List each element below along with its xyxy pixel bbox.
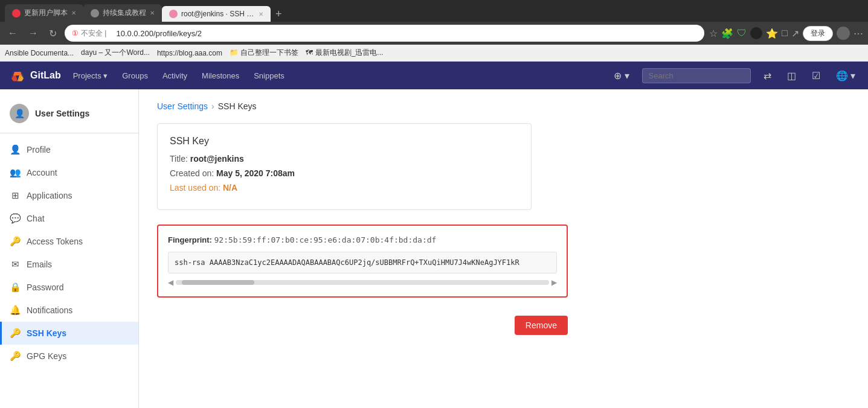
issues-icon[interactable]: ◫: [784, 69, 799, 83]
password-icon: 🔒: [10, 282, 21, 293]
profile-icon: 👤: [10, 144, 21, 155]
favorites-icon[interactable]: ⭐: [766, 28, 778, 39]
key-text-area[interactable]: ssh-rsa AAAAB3NzaC1yc2EAAAADAQABAAABAQc6…: [168, 252, 557, 273]
ssh-key-last-used-value: N/A: [223, 183, 237, 193]
sidebar-item-profile[interactable]: 👤 Profile: [0, 138, 138, 161]
nav-groups[interactable]: Groups: [120, 70, 150, 81]
bookmark-2[interactable]: dayu – 又一个Word...: [81, 48, 150, 58]
nav-projects[interactable]: Projects ▾: [71, 70, 111, 81]
sidebar-item-emails[interactable]: ✉ Emails: [0, 253, 138, 276]
ssh-key-created-label: Created on:: [170, 168, 214, 178]
fingerprint-label-text: Fingerprint:: [168, 235, 214, 244]
back-button[interactable]: ←: [5, 27, 21, 40]
tab-2[interactable]: 持续集成教程 ✕: [83, 4, 162, 22]
scroll-track[interactable]: [176, 280, 549, 285]
tab-3[interactable]: root@jenkins · SSH Keys · User S ✕: [162, 6, 271, 22]
emails-icon: ✉: [10, 259, 21, 270]
breadcrumb-parent-link[interactable]: User Settings: [157, 101, 208, 111]
ssh-key-created-row: Created on: May 5, 2020 7:08am: [170, 168, 519, 178]
sidebar-item-password-label: Password: [27, 282, 63, 292]
main-content: User Settings › SSH Keys SSH Key Title: …: [139, 89, 868, 408]
fingerprint-label-row: Fingerprint: 92:5b:59:ff:07:b0:ce:95:e6:…: [168, 235, 557, 244]
key-text-content: ssh-rsa AAAAB3NzaC1yc2EAAAADAQABAAABAQc6…: [175, 258, 519, 267]
ssh-key-last-used-label: Last used on:: [170, 183, 220, 193]
sidebar-item-password[interactable]: 🔒 Password: [0, 276, 138, 299]
sidebar-user-section: 👤 User Settings: [0, 99, 138, 133]
ssh-keys-icon: 🔑: [10, 328, 21, 339]
sidebar-item-notifications[interactable]: 🔔 Notifications: [0, 299, 138, 322]
tab-2-label: 持续集成教程: [103, 8, 146, 18]
tab-1[interactable]: 更新用户脚本 ✕: [5, 4, 83, 22]
sidebar-username: User Settings: [35, 109, 89, 118]
tab-1-label: 更新用户脚本: [24, 8, 68, 18]
gitlab-logo[interactable]: GitLab: [10, 68, 61, 83]
fingerprint-value: 92:5b:59:ff:07:b0:ce:95:e6:da:07:0b:4f:b…: [214, 235, 437, 244]
ssh-key-created-value: May 5, 2020 7:08am: [216, 168, 295, 178]
sidebar-item-access-tokens[interactable]: 🔑 Access Tokens: [0, 230, 138, 253]
gitlab-navbar: GitLab Projects ▾ Groups Activity Milest…: [0, 62, 868, 89]
more-options-icon[interactable]: ⋯: [854, 28, 863, 39]
remove-button[interactable]: Remove: [515, 316, 568, 335]
sidebar-item-ssh-keys[interactable]: 🔑 SSH Keys: [0, 322, 138, 345]
gpg-keys-icon: 🔑: [10, 351, 21, 362]
forward-button[interactable]: →: [25, 27, 41, 40]
access-tokens-icon: 🔑: [10, 236, 21, 247]
shield-icon[interactable]: 🛡: [737, 28, 747, 39]
bookmark-4[interactable]: 📁 自己整理一下书签: [230, 48, 298, 58]
star-icon[interactable]: ☆: [709, 28, 718, 39]
ssh-key-last-used-row: Last used on: N/A: [170, 183, 519, 193]
todos-icon[interactable]: ☑: [809, 69, 823, 83]
nav-activity[interactable]: Activity: [160, 70, 190, 81]
sidebar-item-notifications-label: Notifications: [27, 305, 72, 315]
ssh-key-card-title: SSH Key: [170, 136, 519, 147]
refresh-button[interactable]: ↻: [46, 27, 60, 40]
user-avatar-icon[interactable]: [837, 27, 850, 40]
globe-icon[interactable]: 🌐 ▾: [833, 69, 858, 83]
account-icon: 👥: [10, 167, 21, 178]
tab-2-close[interactable]: ✕: [150, 10, 155, 16]
breadcrumb: User Settings › SSH Keys: [157, 101, 850, 111]
chat-icon: 💬: [10, 213, 21, 224]
scroll-right-arrow[interactable]: ▶: [551, 278, 557, 287]
bookmark-1[interactable]: Ansible Documenta...: [5, 49, 74, 57]
bookmark-5[interactable]: 🗺 最新电视剧_迅雷电...: [306, 48, 383, 58]
security-warning-label: 不安全 |: [81, 28, 106, 39]
scroll-left-arrow[interactable]: ◀: [168, 278, 173, 287]
ssh-key-card: SSH Key Title: root@jenkins Created on: …: [157, 123, 532, 210]
breadcrumb-current: SSH Keys: [218, 101, 257, 111]
breadcrumb-separator: ›: [211, 101, 214, 111]
sidebar-item-emails-label: Emails: [27, 260, 52, 269]
merge-requests-icon[interactable]: ⇄: [760, 69, 774, 83]
collections-icon[interactable]: □: [782, 28, 788, 39]
ssh-key-title-value: root@jenkins: [190, 154, 244, 164]
extensions-icon[interactable]: 🧩: [721, 28, 733, 39]
new-tab-button[interactable]: +: [271, 7, 287, 22]
tab-1-close[interactable]: ✕: [71, 10, 76, 16]
sidebar-item-account-label: Account: [27, 168, 57, 177]
sidebar-item-account[interactable]: 👥 Account: [0, 161, 138, 184]
sidebar-item-chat[interactable]: 💬 Chat: [0, 207, 138, 230]
share-icon[interactable]: ↗: [791, 28, 799, 39]
sidebar-item-applications-label: Applications: [27, 191, 72, 200]
fingerprint-box: Fingerprint: 92:5b:59:ff:07:b0:ce:95:e6:…: [157, 225, 568, 298]
scroll-bar-row: ◀ ▶: [168, 278, 557, 287]
tab-2-icon: [91, 9, 99, 18]
security-warning-icon: ①: [72, 29, 79, 37]
tab-3-close[interactable]: ✕: [259, 11, 263, 18]
bookmark-3[interactable]: https://blog.aaa.com: [157, 49, 222, 57]
gitlab-logo-text: GitLab: [30, 70, 61, 81]
nav-snippets[interactable]: Snippets: [251, 70, 287, 81]
ssh-key-title-label: Title:: [170, 154, 188, 164]
profile-icon[interactable]: [750, 27, 762, 39]
nav-milestones[interactable]: Milestones: [199, 70, 242, 81]
sidebar-item-gpg-keys-label: GPG Keys: [27, 351, 66, 361]
search-input[interactable]: [642, 68, 751, 83]
sidebar-item-profile-label: Profile: [27, 145, 51, 155]
sidebar-item-applications[interactable]: ⊞ Applications: [0, 184, 138, 207]
address-input[interactable]: [109, 25, 697, 42]
add-icon[interactable]: ⊕ ▾: [611, 69, 632, 83]
login-button[interactable]: 登录: [803, 26, 833, 41]
scroll-thumb[interactable]: [182, 280, 254, 285]
tab-1-icon: [12, 9, 21, 18]
sidebar-item-gpg-keys[interactable]: 🔑 GPG Keys: [0, 345, 138, 368]
